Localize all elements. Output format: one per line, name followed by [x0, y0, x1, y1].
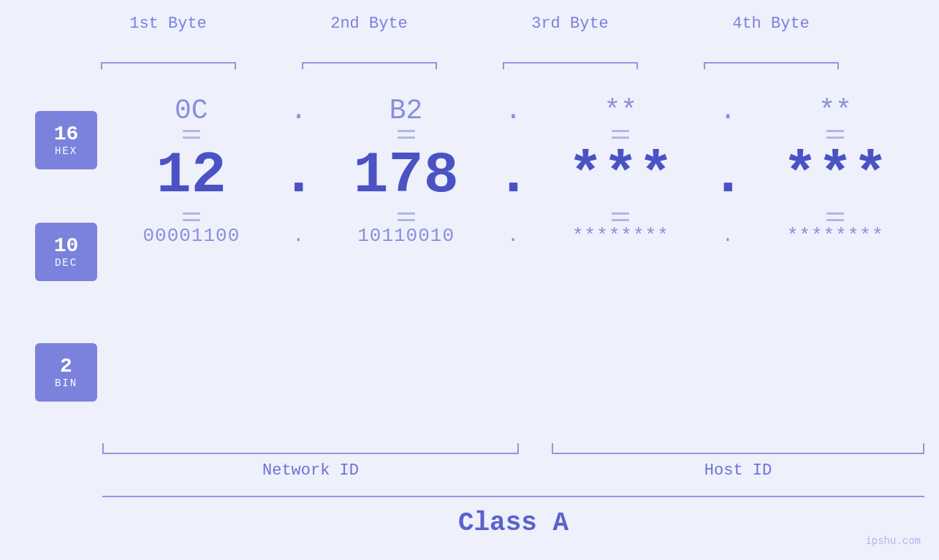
dec-row: 12 . 178 . *** . *** [102, 142, 924, 209]
bin-b2: 10110010 [317, 225, 495, 247]
dec-b4: *** [746, 142, 924, 209]
hex-b2: B2 [317, 95, 495, 126]
column-headers: 1st Byte 2nd Byte 3rd Byte 4th Byte [0, 15, 939, 33]
dec-b3: *** [532, 142, 710, 209]
col-header-1: 1st Byte [68, 15, 269, 33]
bottom-brackets [102, 443, 924, 454]
col-header-4: 4th Byte [671, 15, 872, 33]
bracket-labels: Network ID Host ID [102, 461, 924, 480]
eq-sym-7 [612, 212, 629, 221]
hex-b1: 0C [102, 95, 281, 126]
class-row: Class A [102, 496, 924, 538]
dot-bin-2: . [495, 225, 532, 247]
bin-b4: ******** [746, 225, 924, 247]
hex-b3: ** [532, 95, 710, 126]
equals-row-1 [102, 130, 924, 139]
eq-sym-2 [398, 130, 415, 139]
bin-row: 00001100 . 10110010 . ******** . *******… [102, 225, 924, 247]
eq-sym-4 [826, 130, 844, 139]
dot-hex-3: . [710, 95, 746, 126]
hex-row: 0C . B2 . ** . ** [102, 95, 924, 126]
eq-sym-5 [183, 212, 200, 221]
content-area: 0C . B2 . ** . ** [102, 73, 924, 247]
network-bracket [102, 443, 519, 454]
eq-sym-1 [183, 130, 200, 139]
dot-dec-3: . [710, 142, 746, 209]
top-brackets [0, 55, 939, 69]
dot-dec-1: . [281, 142, 317, 209]
network-id-label: Network ID [102, 461, 519, 480]
watermark: ipshu.com [865, 535, 921, 547]
badge-hex: 16 HEX [35, 111, 97, 169]
badge-bin: 2 BIN [35, 343, 97, 402]
hex-b4: ** [746, 95, 924, 126]
col-header-2: 2nd Byte [269, 15, 470, 33]
dot-dec-2: . [495, 142, 532, 209]
dot-hex-1: . [281, 95, 317, 126]
bin-b1: 00001100 [102, 225, 281, 247]
class-label: Class A [458, 508, 569, 538]
host-id-label: Host ID [552, 461, 924, 480]
host-bracket [552, 443, 924, 454]
dec-b2: 178 [317, 142, 495, 209]
dec-b1: 12 [102, 142, 281, 209]
eq-sym-3 [612, 130, 629, 139]
dot-bin-3: . [710, 225, 746, 247]
equals-row-2 [102, 212, 924, 221]
bin-b3: ******** [532, 225, 710, 247]
col-header-3: 3rd Byte [470, 15, 671, 33]
badge-dec: 10 DEC [35, 223, 97, 281]
dot-hex-2: . [495, 95, 532, 126]
eq-sym-8 [826, 212, 844, 221]
eq-sym-6 [398, 212, 415, 221]
dot-bin-1: . [281, 225, 317, 247]
